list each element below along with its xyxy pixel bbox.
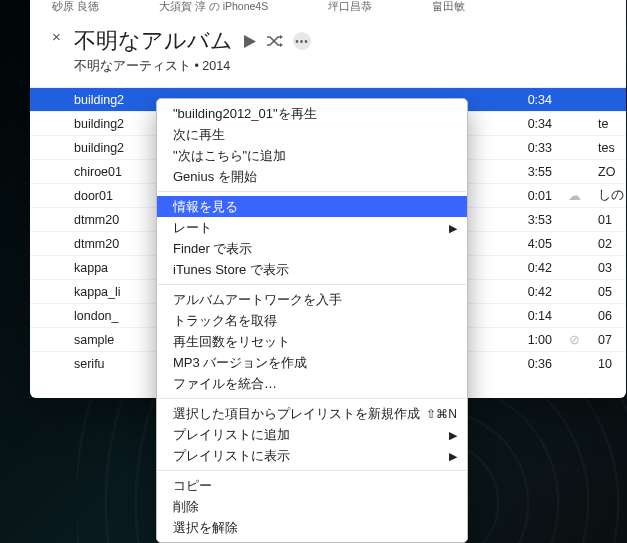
track-duration: 1:00 bbox=[508, 333, 556, 347]
device-tab[interactable]: 大須賀 淳 の iPhone4S bbox=[159, 0, 268, 14]
menu-deselect[interactable]: 選択を解除 bbox=[157, 517, 467, 538]
submenu-arrow-icon: ▶ bbox=[449, 447, 457, 464]
album-header: × 不明なアルバム ••• 不明なアーティスト • 2014 bbox=[30, 16, 626, 83]
track-name: building2 bbox=[74, 117, 168, 131]
track-name: kappa bbox=[74, 261, 168, 275]
track-name: door01 bbox=[74, 189, 168, 203]
menu-separator bbox=[158, 284, 466, 285]
menu-label: 選択した項目からプレイリストを新規作成 bbox=[173, 406, 420, 421]
track-name: london_ bbox=[74, 309, 168, 323]
track-name: sample bbox=[74, 333, 168, 347]
menu-label: プレイリストに表示 bbox=[173, 448, 290, 463]
menu-label: プレイリストに追加 bbox=[173, 427, 290, 442]
menu-separator bbox=[158, 398, 466, 399]
menu-add-playlist[interactable]: プレイリストに追加▶ bbox=[157, 424, 467, 445]
menu-separator bbox=[158, 470, 466, 471]
menu-get-trackname[interactable]: トラック名を取得 bbox=[157, 310, 467, 331]
track-context-menu: "building2012_01"を再生 次に再生 "次はこちら"に追加 Gen… bbox=[156, 98, 468, 543]
track-duration: 0:33 bbox=[508, 141, 556, 155]
track-duration: 0:42 bbox=[508, 285, 556, 299]
menu-rating[interactable]: レート▶ bbox=[157, 217, 467, 238]
menu-add-upnext[interactable]: "次はこちら"に追加 bbox=[157, 145, 467, 166]
device-tab[interactable]: 坪口昌恭 bbox=[328, 0, 372, 14]
track-extra: ZO bbox=[592, 165, 626, 179]
track-extra: しの bbox=[592, 187, 626, 204]
track-duration: 0:01 bbox=[508, 189, 556, 203]
menu-genius[interactable]: Genius を開始 bbox=[157, 166, 467, 187]
device-tab-strip: 砂原 良徳 大須賀 淳 の iPhone4S 坪口昌恭 畠田敏 bbox=[30, 0, 626, 16]
track-extra: 05 bbox=[592, 285, 626, 299]
track-extra: 07 bbox=[592, 333, 626, 347]
menu-new-playlist[interactable]: 選択した項目からプレイリストを新規作成⇧⌘N bbox=[157, 403, 467, 424]
menu-get-info[interactable]: 情報を見る bbox=[157, 196, 467, 217]
play-icon[interactable] bbox=[243, 34, 257, 49]
menu-show-playlist[interactable]: プレイリストに表示▶ bbox=[157, 445, 467, 466]
menu-make-mp3[interactable]: MP3 バージョンを作成 bbox=[157, 352, 467, 373]
close-button[interactable]: × bbox=[52, 28, 61, 45]
track-name: kappa_li bbox=[74, 285, 168, 299]
track-extra: 06 bbox=[592, 309, 626, 323]
track-duration: 0:36 bbox=[508, 357, 556, 371]
track-name: chiroe01 bbox=[74, 165, 168, 179]
device-tab[interactable]: 畠田敏 bbox=[432, 0, 465, 14]
submenu-arrow-icon: ▶ bbox=[449, 219, 457, 236]
track-extra: 10 bbox=[592, 357, 626, 371]
menu-show-store[interactable]: iTunes Store で表示 bbox=[157, 259, 467, 280]
track-extra: te bbox=[592, 117, 626, 131]
menu-separator bbox=[158, 191, 466, 192]
track-name: building2 bbox=[74, 141, 168, 155]
album-subtitle: 不明なアーティスト • 2014 bbox=[74, 58, 600, 75]
menu-reset-plays[interactable]: 再生回数をリセット bbox=[157, 331, 467, 352]
more-icon[interactable]: ••• bbox=[293, 32, 311, 50]
cloud-icon: ⊘ bbox=[556, 332, 592, 347]
shuffle-icon[interactable] bbox=[266, 34, 284, 48]
menu-show-finder[interactable]: Finder で表示 bbox=[157, 238, 467, 259]
track-extra: 03 bbox=[592, 261, 626, 275]
menu-shortcut: ⇧⌘N bbox=[426, 405, 457, 422]
track-extra: 02 bbox=[592, 237, 626, 251]
track-duration: 3:53 bbox=[508, 213, 556, 227]
track-duration: 0:34 bbox=[508, 93, 556, 107]
track-duration: 4:05 bbox=[508, 237, 556, 251]
menu-get-artwork[interactable]: アルバムアートワークを入手 bbox=[157, 289, 467, 310]
album-title: 不明なアルバム bbox=[74, 26, 233, 56]
track-duration: 3:55 bbox=[508, 165, 556, 179]
track-name: dtmm20 bbox=[74, 237, 168, 251]
menu-consolidate[interactable]: ファイルを統合… bbox=[157, 373, 467, 394]
submenu-arrow-icon: ▶ bbox=[449, 426, 457, 443]
track-duration: 0:14 bbox=[508, 309, 556, 323]
playback-controls: ••• bbox=[243, 32, 311, 50]
track-extra: 01 bbox=[592, 213, 626, 227]
track-name: serifu bbox=[74, 357, 168, 371]
menu-copy[interactable]: コピー bbox=[157, 475, 467, 496]
menu-label: レート bbox=[173, 220, 212, 235]
track-name: building2 bbox=[74, 93, 168, 107]
menu-delete[interactable]: 削除 bbox=[157, 496, 467, 517]
track-extra: tes bbox=[592, 141, 626, 155]
device-tab[interactable]: 砂原 良徳 bbox=[52, 0, 99, 14]
track-duration: 0:34 bbox=[508, 117, 556, 131]
menu-play-next[interactable]: 次に再生 bbox=[157, 124, 467, 145]
cloud-icon: ☁︎ bbox=[556, 188, 592, 203]
track-name: dtmm20 bbox=[74, 213, 168, 227]
track-duration: 0:42 bbox=[508, 261, 556, 275]
menu-play-item[interactable]: "building2012_01"を再生 bbox=[157, 103, 467, 124]
